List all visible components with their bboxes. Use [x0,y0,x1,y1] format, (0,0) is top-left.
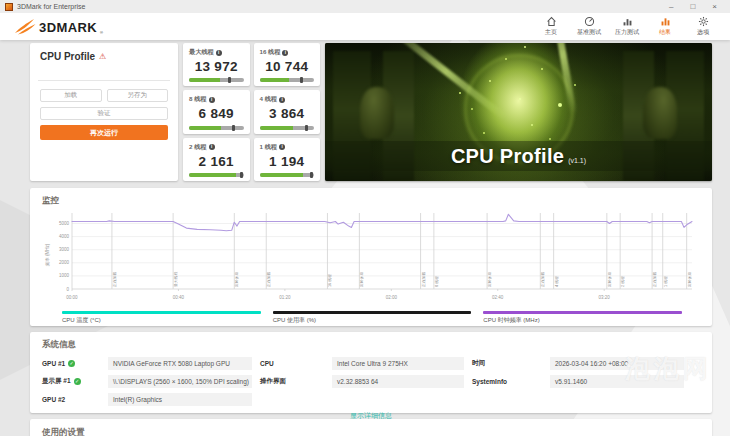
score-bar-marker [228,77,231,83]
svg-text:频率 (MHz): 频率 (MHz) [45,243,50,266]
nav-item-stress-test[interactable]: 压力测试 [614,16,640,37]
svg-text:16 线程: 16 线程 [327,274,332,287]
score-label: 2 线程 [189,143,207,152]
hero-title: CPU Profile [451,145,564,168]
nav-label: 基准测试 [577,28,601,37]
sysinfo-value: v2.32.8853 64 [332,375,464,388]
sysinfo-label: CPU [260,357,324,370]
score-bar-marker [232,125,235,131]
profile-title-text: CPU Profile [40,51,95,62]
hero-sparkles [519,98,521,100]
nav-item-results[interactable]: 结果 [652,16,678,37]
svg-text:03:20: 03:20 [599,295,611,300]
svg-text:正在加载: 正在加载 [652,272,657,287]
sysinfo-value: \\.\DISPLAYS (2560 × 1600, 150% DPI scal… [108,375,252,388]
svg-text:2000: 2000 [59,260,70,265]
hero-statue [643,87,677,139]
score-bar-marker [305,125,308,131]
svg-text:02:00: 02:00 [386,295,398,300]
info-icon[interactable]: i [216,50,222,56]
score-bar [260,126,315,130]
nav-label: 主页 [545,28,557,37]
warning-icon[interactable]: ⚠ [99,52,106,61]
info-icon[interactable]: i [279,97,285,103]
sysinfo-label: 操作界面 [260,375,324,388]
minimize-button[interactable]: – [669,0,673,13]
score-bar-fill [260,126,293,130]
score-value: 2 161 [189,154,244,169]
rerun-button[interactable]: 再次运行 [40,125,168,140]
close-button[interactable]: × [712,0,717,13]
score-value: 10 744 [260,59,315,74]
score-value: 6 849 [189,106,244,121]
score-bar-fill [189,78,220,82]
hero-statue [360,87,394,139]
nav-item-options[interactable]: 选项 [690,16,716,37]
svg-text:4000: 4000 [59,234,70,239]
save-as-button[interactable]: 另存为 [107,89,169,102]
svg-text:02:40: 02:40 [492,295,504,300]
svg-text:正在加载: 正在加载 [112,272,117,287]
score-value: 3 864 [260,106,315,121]
nav-item-home[interactable]: 主页 [538,16,564,37]
validate-button[interactable]: 验证 [40,107,168,120]
score-bar-fill [260,173,303,177]
sysinfo-value: NVIDIA GeForce RTX 5080 Laptop GPU [108,357,252,370]
legend-line [62,311,261,314]
score-bar-marker [310,172,313,178]
maximize-button[interactable]: □ [690,0,695,13]
gauge-icon [584,16,595,27]
hero-banner: CPU Profile (v1.1) [325,43,712,181]
svg-text:定时休息: 定时休息 [487,272,492,287]
app-header: 3DMARK ® 主页 基准测试 压力测试 [0,13,730,40]
svg-text:正在加载: 正在加载 [266,272,271,287]
system-info-grid: GPU #1✓NVIDIA GeForce RTX 5080 Laptop GP… [42,357,700,406]
score-label: 1 线程 [260,143,278,152]
sysinfo-label: GPU #1✓ [42,357,100,370]
svg-text:定时休息: 定时休息 [234,272,239,287]
window-titlebar: 3DMark for Enterprise – □ × [0,0,730,13]
info-icon[interactable]: i [282,50,288,56]
svg-text:01:20: 01:20 [279,295,291,300]
info-icon[interactable]: i [209,144,215,150]
score-label: 4 线程 [260,95,278,104]
legend-item: CPU 使用率 (%) [273,311,472,325]
score-label: 最大线程 [189,48,214,57]
svg-text:正在加载: 正在加载 [540,272,545,287]
results-icon [660,16,671,27]
score-card: 4 线程 i 3 864 [254,90,321,133]
score-bar-fill [189,173,236,177]
score-card: 2 线程 i 2 161 [183,138,250,181]
sysinfo-value: Intel(R) Graphics [108,393,252,406]
legend-line [273,311,472,314]
window-title: 3DMark for Enterprise [17,3,85,10]
score-label: 16 线程 [260,48,281,57]
system-info-title: 系统信息 [42,339,700,351]
svg-text:0: 0 [66,287,69,292]
sysinfo-value: v5.91.1460 [550,375,684,388]
nav-label: 选项 [697,28,709,37]
nav-label: 压力测试 [615,28,639,37]
3dmark-logo: 3DMARK ® [14,18,103,35]
monitor-chart-wrap: 010002000300040005000频率 (MHz)00:0000:400… [42,209,700,309]
logo-swoosh-icon [14,18,36,35]
sysinfo-label: 显示屏 #1✓ [42,375,100,388]
settings-card: 使用的设置 [30,419,712,436]
info-icon[interactable]: i [209,97,215,103]
svg-text:正在加载: 正在加载 [421,272,426,287]
score-card: 8 线程 i 6 849 [183,90,250,133]
load-button[interactable]: 加载 [40,89,102,102]
app-icon [5,3,13,11]
home-icon [546,16,557,27]
monitor-section-title: 监控 [42,195,700,207]
chart-legend: CPU 温度 (°C)CPU 使用率 (%)CPU 时钟频率 (MHz) [42,311,700,325]
check-icon: ✓ [68,360,75,367]
score-value: 1 194 [260,154,315,169]
main-nav: 主页 基准测试 压力测试 结果 [538,16,716,37]
sysinfo-value: Intel Core Ultra 9 275HX [332,357,464,370]
nav-item-benchmark[interactable]: 基准测试 [576,16,602,37]
info-icon[interactable]: i [279,144,285,150]
monitor-card: 监控 010002000300040005000频率 (MHz)00:0000:… [30,188,712,326]
score-bar [260,78,315,82]
score-bar-marker [300,77,303,83]
